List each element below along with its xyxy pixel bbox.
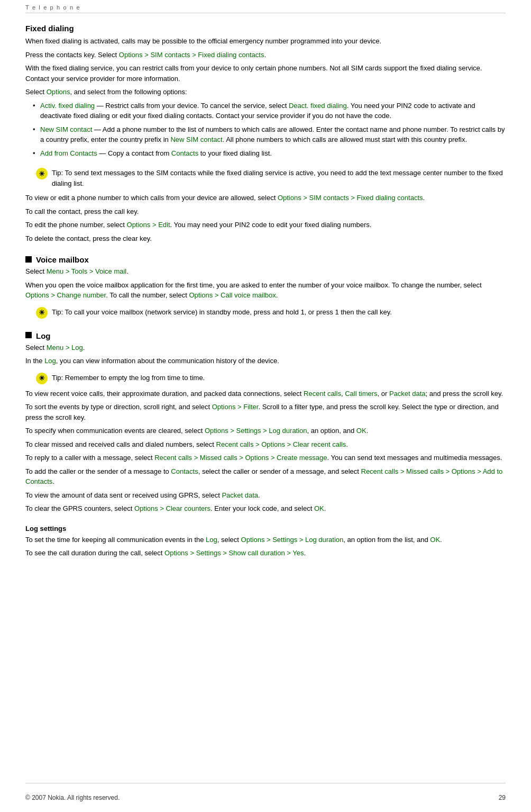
fixed-dialing-link-edit[interactable]: Options > Edit [127, 221, 170, 229]
log-para9: To view the amount of data sent or recei… [25, 490, 506, 501]
bullet-link-add-from-contacts[interactable]: Add from Contacts [40, 149, 97, 157]
voice-mailbox-para1: Select Menu > Tools > Voice mail. [25, 266, 506, 277]
log-link-call-timers[interactable]: Call timers [345, 390, 377, 398]
log-settings-para1: To set the time for keeping all communic… [25, 535, 506, 545]
log-settings-heading: Log settings [25, 525, 506, 533]
log-settings-link-show-call-duration[interactable]: Options > Settings > Show call duration … [164, 549, 304, 557]
footer-copyright: © 2007 Nokia. All rights reserved. [25, 794, 120, 801]
log-settings-link-log[interactable]: Log [206, 536, 217, 544]
page-wrapper: T e l e p h o n e Fixed dialing When fix… [0, 0, 531, 812]
bullet-item-activ: Activ. fixed dialing — Restrict calls fr… [34, 101, 506, 121]
tip-icon-3: ☀ [36, 373, 48, 384]
fixed-dialing-para6: To call the contact, press the call key. [25, 206, 506, 217]
tip-text-2: Tip: To call your voice mailbox (network… [52, 307, 392, 318]
fixed-dialing-bullet-list: Activ. fixed dialing — Restrict calls fr… [25, 101, 506, 162]
log-bullet-icon [25, 332, 32, 338]
tip-box-1: ☀ Tip: To send text messages to the SIM … [25, 168, 506, 188]
log-settings-link-log-duration[interactable]: Options > Settings > Log duration [241, 536, 344, 544]
tip-box-2: ☀ Tip: To call your voice mailbox (netwo… [25, 307, 506, 319]
voice-mailbox-link-change[interactable]: Options > Change number [25, 291, 106, 299]
log-link-contacts[interactable]: Contacts [171, 467, 198, 475]
log-title-row: Log [25, 331, 506, 340]
log-para4: To sort the events by type or direction,… [25, 402, 506, 422]
log-link-packet-data2[interactable]: Packet data [222, 491, 258, 499]
log-para6: To clear missed and received calls and d… [25, 439, 506, 450]
bullet-link-new-sim[interactable]: New SIM contact [40, 125, 92, 133]
tip-icon-2: ☀ [36, 307, 48, 319]
fixed-dialing-link-sim-contacts[interactable]: Options > SIM contacts > Fixed dialing c… [119, 51, 264, 59]
fixed-dialing-para8: To delete the contact, press the clear k… [25, 233, 506, 244]
voice-mailbox-link-menu-tools[interactable]: Menu > Tools > Voice mail [47, 267, 127, 275]
tip-icon-1: ☀ [36, 168, 48, 179]
log-link-recent-calls[interactable]: Recent calls [304, 390, 341, 398]
fixed-dialing-para2: Press the contacts key. Select Options >… [25, 50, 506, 60]
log-link-clear-recent[interactable]: Recent calls > Options > Clear recent ca… [216, 440, 346, 448]
fixed-dialing-link-para5[interactable]: Options > SIM contacts > Fixed dialing c… [278, 194, 423, 202]
log-para7: To reply to a caller with a message, sel… [25, 453, 506, 463]
bullet-link-deact[interactable]: Deact. fixed dialing [289, 102, 347, 110]
fixed-dialing-para3: With the fixed dialing service, you can … [25, 63, 506, 84]
tip-box-3: ☀ Tip: Remember to empty the log from ti… [25, 373, 506, 384]
log-link-missed-calls-create[interactable]: Recent calls > Missed calls > Options > … [154, 454, 327, 462]
log-heading: Log [36, 331, 51, 340]
log-settings-para2: To see the call duration during the call… [25, 548, 506, 558]
log-link-ok2[interactable]: OK [314, 504, 324, 512]
fixed-dialing-para4: Select Options, and select from the foll… [25, 87, 506, 97]
fixed-dialing-para1: When fixed dialing is activated, calls m… [25, 36, 506, 47]
bullet-link-contacts[interactable]: Contacts [171, 149, 198, 157]
fixed-dialing-link-options[interactable]: Options [47, 88, 70, 96]
log-para5: To specify when communication events are… [25, 426, 506, 436]
bullet-item-new-sim: New SIM contact — Add a phone number to … [34, 124, 506, 145]
fixed-dialing-para7: To edit the phone number, select Options… [25, 220, 506, 230]
log-link-ok1[interactable]: OK [356, 427, 367, 435]
fixed-dialing-para5: To view or edit a phone number to which … [25, 193, 506, 203]
log-para2: In the Log, you can view information abo… [25, 356, 506, 366]
log-settings-link-ok[interactable]: OK [430, 536, 440, 544]
tip-text-3: Tip: Remember to empty the log from time… [52, 373, 205, 383]
bullet-item-add-from-contacts: Add from Contacts — Copy a contact from … [34, 148, 506, 159]
bullet-link-activ[interactable]: Activ. fixed dialing [40, 102, 95, 110]
log-link-packet-data[interactable]: Packet data [389, 390, 426, 398]
log-para10: To clear the GPRS counters, select Optio… [25, 503, 506, 514]
bullet-link-new-sim2[interactable]: New SIM contact [170, 136, 222, 143]
log-para3: To view recent voice calls, their approx… [25, 389, 506, 399]
footer-page-number: 29 [499, 794, 506, 801]
voice-mailbox-heading: Voice mailbox [36, 255, 89, 264]
log-link-clear-counters[interactable]: Options > Clear counters [134, 504, 210, 512]
voice-mailbox-bullet-icon [25, 256, 32, 263]
footer: © 2007 Nokia. All rights reserved. 29 [25, 783, 506, 801]
voice-mailbox-title-row: Voice mailbox [25, 255, 506, 264]
header-title: T e l e p h o n e [25, 4, 80, 11]
log-link-log[interactable]: Log [44, 357, 56, 365]
log-link-menu-log[interactable]: Menu > Log [47, 344, 83, 351]
tip-text-1: Tip: To send text messages to the SIM co… [52, 168, 506, 188]
log-para1: Select Menu > Log. [25, 342, 506, 353]
log-link-log-duration[interactable]: Options > Settings > Log duration [205, 427, 307, 435]
header-bar: T e l e p h o n e [25, 0, 506, 13]
fixed-dialing-heading: Fixed dialing [25, 24, 506, 33]
voice-mailbox-para2: When you open the voice mailbox applicat… [25, 280, 506, 301]
voice-mailbox-link-call[interactable]: Options > Call voice mailbox [189, 291, 276, 299]
log-para8: To add the caller or the sender of a mes… [25, 466, 506, 487]
log-link-filter[interactable]: Options > Filter [212, 403, 259, 411]
